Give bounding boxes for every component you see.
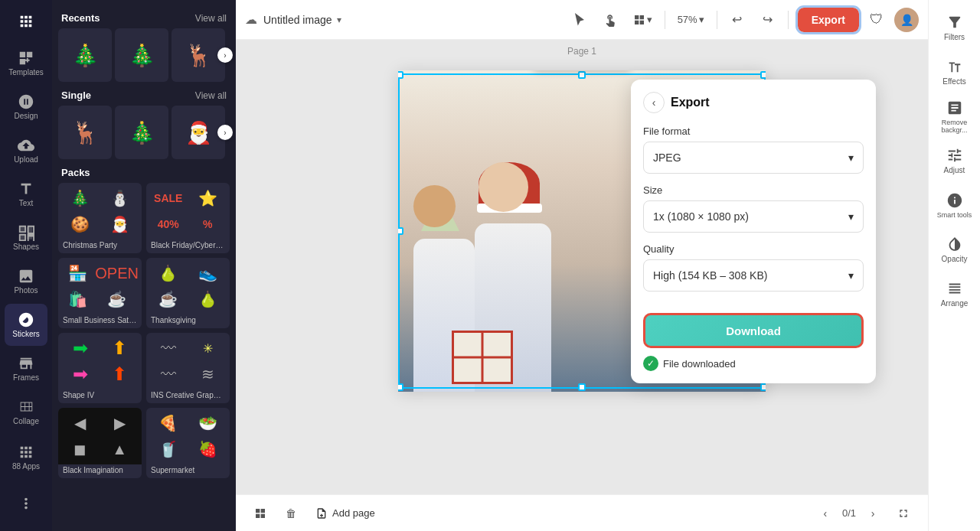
arrange-label: Arrange <box>941 299 969 308</box>
quality-arrow: ▾ <box>848 269 854 282</box>
sidebar-item-frames[interactable]: Frames <box>5 347 47 389</box>
smart-tools-btn[interactable]: Smart tools <box>933 184 976 226</box>
sidebar-item-stickers[interactable]: Stickers <box>5 304 47 346</box>
recent-thumb-2[interactable]: 🎄 <box>115 28 168 82</box>
single-title: Single <box>61 90 91 101</box>
top-bar: ☁ Untitled image ▾ ▾ 57% ▾ ↩ ↪ <box>236 0 928 40</box>
sidebar-item-more[interactable] <box>5 483 47 525</box>
export-panel: ‹ Export File format JPEG ▾ Size 1x (108… <box>631 80 876 383</box>
user-avatar[interactable]: 👤 <box>894 8 919 32</box>
pack-card-4[interactable]: ➡⬆ ➡⬆ Shape IV <box>58 333 142 403</box>
adjust-btn[interactable]: Adjust <box>933 139 976 182</box>
pack-label-6: Black Imagination <box>58 464 142 478</box>
success-message: ✓ File downloaded <box>643 356 864 371</box>
sidebar-item-templates[interactable]: Templates <box>5 42 47 84</box>
pack-label-2: Small Business Satur... <box>58 314 142 328</box>
top-tools: ▾ 57% ▾ ↩ ↪ <box>566 6 792 34</box>
arrange-btn[interactable]: Arrange <box>933 272 976 315</box>
recent-thumb-1[interactable]: 🎄 <box>58 28 112 82</box>
canvas-workspace[interactable]: Page 1 ⭐ <box>236 40 928 494</box>
pack-card-0[interactable]: 🎄⛄ 🍪🎅 Christmas Party <box>58 183 142 253</box>
pack-card-6[interactable]: ◀▶ ◼▲ Black Imagination <box>58 408 142 478</box>
right-sidebar: Filters Effects Remove backgr... Adjust … <box>928 0 980 531</box>
next-page-btn[interactable]: › <box>861 501 885 526</box>
undo-btn[interactable]: ↩ <box>724 6 751 34</box>
pack-card-7[interactable]: 🍕🥗 🥤🍓 Supermarket <box>146 408 230 478</box>
zoom-value: 57% <box>678 14 697 25</box>
divider-3 <box>788 11 789 29</box>
sidebar-item-collage[interactable]: Collage <box>5 391 47 433</box>
sidebar-item-upload[interactable]: Upload <box>5 129 47 171</box>
single-thumb-1[interactable]: 🦌 <box>58 106 112 159</box>
file-format-label: File format <box>643 125 864 137</box>
quality-select[interactable]: High (154 KB – 308 KB) ▾ <box>643 259 864 292</box>
opacity-btn[interactable]: Opacity <box>933 228 976 271</box>
recents-row: 🎄 🎄 🦌 › <box>58 28 230 82</box>
export-panel-title: Export <box>671 96 710 109</box>
file-title: Untitled image <box>263 14 332 26</box>
zoom-dropdown-arrow: ▾ <box>699 14 704 25</box>
export-button[interactable]: Export <box>798 8 859 32</box>
smart-tools-label: Smart tools <box>937 211 972 219</box>
sidebar-item-apps[interactable]: 88 Apps <box>5 436 47 478</box>
title-dropdown-arrow[interactable]: ▾ <box>337 15 341 25</box>
select-tool-btn[interactable] <box>566 6 593 34</box>
bottom-bar: 🗑 Add page ‹ 0/1 › <box>236 494 928 531</box>
size-label: Size <box>643 184 864 196</box>
layout-dropdown-arrow: ▾ <box>647 14 652 25</box>
pan-tool-btn[interactable] <box>596 6 624 34</box>
export-back-btn[interactable]: ‹ <box>643 92 665 113</box>
filters-btn[interactable]: Filters <box>933 6 976 49</box>
file-icon: ☁ <box>245 12 257 27</box>
size-arrow: ▾ <box>848 210 854 223</box>
pack-label-1: Black Friday/Cyber M... <box>146 239 230 253</box>
grid-view-btn[interactable] <box>248 501 273 526</box>
zoom-btn[interactable]: 57% ▾ <box>671 6 710 34</box>
shield-icon: 🛡 <box>870 11 884 28</box>
download-button[interactable]: Download <box>643 313 864 348</box>
file-info: Untitled image ▾ <box>263 14 341 26</box>
prev-page-btn[interactable]: ‹ <box>813 501 838 526</box>
recents-title: Recents <box>61 12 100 24</box>
single-next[interactable]: › <box>217 125 233 140</box>
page-label: Page 1 <box>567 46 596 57</box>
pages-nav: ‹ 0/1 › <box>813 501 885 526</box>
pack-card-2[interactable]: 🏪OPEN 🛍️☕ Small Business Satur... <box>58 258 142 328</box>
pack-label-5: INS Creative Graphics <box>146 389 230 403</box>
pack-label-7: Supermarket <box>146 464 230 478</box>
success-text: File downloaded <box>663 358 736 370</box>
remove-bg-label: Remove backgr... <box>933 119 976 134</box>
sidebar-item-design[interactable]: Design <box>5 86 47 128</box>
size-select[interactable]: 1x (1080 × 1080 px) ▾ <box>643 200 864 233</box>
divider-1 <box>665 11 665 29</box>
remove-bg-btn[interactable]: Remove backgr... <box>933 95 976 138</box>
file-format-arrow: ▾ <box>848 151 854 164</box>
delete-btn[interactable]: 🗑 <box>279 501 303 526</box>
quality-label: Quality <box>643 243 864 255</box>
effects-btn[interactable]: Effects <box>933 50 976 93</box>
recents-next[interactable]: › <box>217 47 233 63</box>
pack-card-1[interactable]: SALE⭐ 40%% Black Friday/Cyber M... <box>146 183 230 253</box>
filters-label: Filters <box>944 33 965 41</box>
add-page-label: Add page <box>332 507 375 519</box>
view-all-recents[interactable]: View all <box>195 13 227 24</box>
pack-card-5[interactable]: 〰✳ 〰≋ INS Creative Graphics <box>146 333 230 403</box>
file-format-select[interactable]: JPEG ▾ <box>643 142 864 174</box>
sidebar-item-photos[interactable]: Photos <box>5 260 47 302</box>
fullscreen-btn[interactable] <box>891 501 916 526</box>
tool-sidebar: Templates Design Upload Text Shapes Phot… <box>0 0 52 531</box>
check-icon: ✓ <box>643 356 658 371</box>
layout-btn[interactable]: ▾ <box>627 6 658 34</box>
pack-label-0: Christmas Party <box>58 239 142 253</box>
add-page-btn[interactable]: Add page <box>309 503 381 524</box>
app-logo[interactable] <box>5 6 47 36</box>
sidebar-item-text[interactable]: Text <box>5 173 47 215</box>
view-all-single[interactable]: View all <box>195 90 227 101</box>
pack-card-3[interactable]: 🍐👟 ☕🍐 Thanksgiving <box>146 258 230 328</box>
quality-value: High (154 KB – 308 KB) <box>653 269 767 282</box>
sidebar-item-shapes[interactable]: Shapes <box>5 217 47 259</box>
single-thumb-2[interactable]: 🎄 <box>115 106 168 159</box>
redo-btn[interactable]: ↪ <box>754 6 782 34</box>
single-row: 🦌 🎄 🎅 › <box>58 106 230 159</box>
file-format-value: JPEG <box>653 151 681 164</box>
